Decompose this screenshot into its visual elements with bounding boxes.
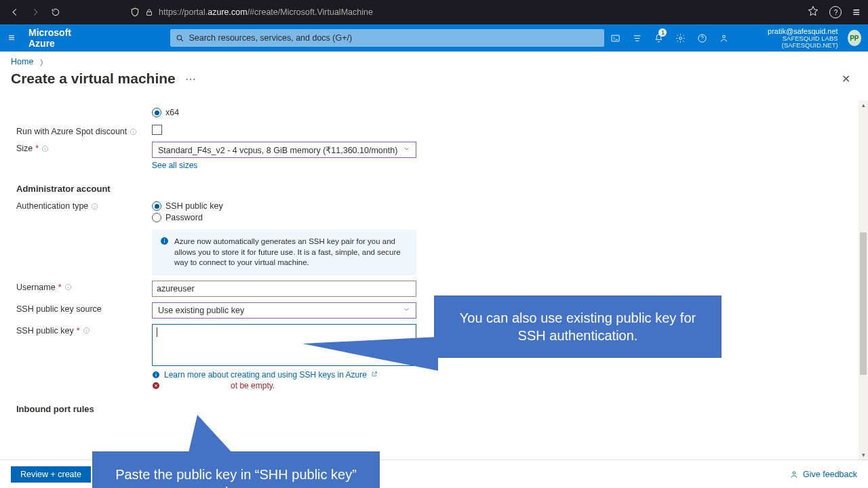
size-label: Size xyxy=(16,144,33,153)
cloud-shell-icon[interactable] xyxy=(604,24,626,52)
svg-rect-11 xyxy=(164,239,165,239)
spot-discount-checkbox[interactable] xyxy=(152,125,162,135)
scroll-up-arrow[interactable]: ▴ xyxy=(859,100,868,110)
azure-brand[interactable]: Microsoft Azure xyxy=(28,27,89,49)
see-all-sizes-link[interactable]: See all sizes xyxy=(152,161,416,170)
shield-icon xyxy=(130,7,140,17)
section-admin-account: Administrator account xyxy=(16,184,853,194)
size-select[interactable]: Standard_F4s_v2 - 4 vcpus, 8 GiB memory … xyxy=(152,142,416,158)
browser-menu-button[interactable]: ≡ xyxy=(852,5,860,20)
page-more-button[interactable]: ⋯ xyxy=(185,73,197,85)
nav-back-button[interactable] xyxy=(8,5,22,19)
bookmark-star-icon[interactable] xyxy=(808,5,818,19)
ssh-key-source-label: SSH public key source xyxy=(16,304,102,314)
ssh-public-key-label: SSH public key xyxy=(16,326,74,336)
global-search-input[interactable]: Search resources, services, and docs (G+… xyxy=(170,29,604,47)
page-content: Home ❭ Create a virtual machine ⋯ ✕ x64 … xyxy=(0,52,868,488)
portal-menu-button[interactable]: ≡ xyxy=(0,32,23,44)
info-icon[interactable] xyxy=(64,283,72,291)
info-icon[interactable] xyxy=(83,327,90,334)
azure-header: ≡ Microsoft Azure Search resources, serv… xyxy=(0,24,868,52)
spot-discount-label: Run with Azure Spot discount xyxy=(16,127,127,136)
ssh-key-error: The value must not be empty. xyxy=(152,381,416,390)
svg-point-18 xyxy=(793,471,795,474)
svg-point-1 xyxy=(178,35,182,40)
svg-rect-16 xyxy=(156,373,157,373)
directories-icon[interactable] xyxy=(626,24,648,52)
auth-password-radio[interactable]: Password xyxy=(152,213,416,222)
svg-rect-10 xyxy=(164,240,165,243)
auth-type-label: Authentication type xyxy=(16,201,88,211)
give-feedback-link[interactable]: Give feedback xyxy=(789,470,857,479)
info-icon xyxy=(152,371,160,379)
notification-badge: 1 xyxy=(658,28,667,37)
username-label: Username xyxy=(16,283,56,292)
auth-ssh-radio[interactable]: SSH public key xyxy=(152,201,416,211)
page-title: Create a virtual machine xyxy=(11,70,176,87)
info-icon[interactable] xyxy=(130,128,137,136)
notifications-icon[interactable]: 1 xyxy=(648,24,669,52)
help-icon[interactable] xyxy=(691,24,713,52)
chevron-down-icon xyxy=(403,306,410,315)
breadcrumb-home[interactable]: Home xyxy=(11,57,33,66)
chevron-down-icon xyxy=(403,145,410,155)
feedback-icon[interactable] xyxy=(713,24,734,52)
settings-gear-icon[interactable] xyxy=(669,24,691,52)
nav-forward-button[interactable] xyxy=(28,5,42,19)
lock-icon xyxy=(145,8,153,16)
info-icon[interactable] xyxy=(91,203,98,210)
info-icon xyxy=(160,237,169,268)
username-input[interactable]: azureuser xyxy=(152,281,416,297)
arch-x64-radio[interactable]: x64 xyxy=(152,108,416,117)
annotation-callout-2: Paste the public key in “SHH public key”… xyxy=(92,451,380,488)
account-icon[interactable]: ? xyxy=(829,6,842,18)
chevron-right-icon: ❭ xyxy=(39,58,44,66)
info-icon[interactable] xyxy=(41,145,49,152)
svg-rect-2 xyxy=(612,35,619,41)
avatar[interactable]: PP xyxy=(848,30,861,46)
account-info[interactable]: pratik@safesquid.net SAFESQUID LABS (SAF… xyxy=(734,27,844,49)
svg-point-5 xyxy=(723,35,726,38)
ssh-key-source-select[interactable]: Use existing public key xyxy=(152,302,416,319)
ssh-info-box: Azure now automatically generates an SSH… xyxy=(152,230,416,275)
scroll-down-arrow[interactable]: ▾ xyxy=(859,450,868,460)
url-text: https://portal.azure.com/#create/Microso… xyxy=(159,7,373,17)
browser-toolbar: https://portal.azure.com/#create/Microso… xyxy=(0,0,868,24)
scrollbar-thumb[interactable] xyxy=(860,232,867,375)
svg-point-3 xyxy=(679,37,682,39)
feedback-person-icon xyxy=(789,470,799,479)
learn-more-ssh-link[interactable]: Learn more about creating and using SSH … xyxy=(164,370,367,380)
nav-reload-button[interactable] xyxy=(49,5,62,19)
svg-rect-0 xyxy=(147,12,152,16)
form-area: x64 Run with Azure Spot discount Size * … xyxy=(0,100,859,460)
breadcrumb: Home ❭ xyxy=(0,52,868,69)
review-create-button[interactable]: Review + create xyxy=(11,466,91,483)
address-bar[interactable]: https://portal.azure.com/#create/Microso… xyxy=(130,7,808,17)
external-link-icon xyxy=(371,370,378,380)
vertical-scrollbar[interactable]: ▴ ▾ xyxy=(859,100,868,460)
search-placeholder: Search resources, services, and docs (G+… xyxy=(189,33,352,43)
annotation-callout-1: You can also use existing public key for… xyxy=(434,296,722,358)
svg-rect-15 xyxy=(156,374,157,377)
close-blade-button[interactable]: ✕ xyxy=(842,73,850,85)
section-inbound-ports: Inbound port rules xyxy=(16,404,853,414)
